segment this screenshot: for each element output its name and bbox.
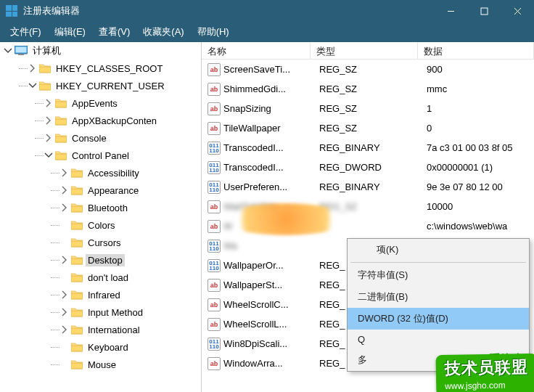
value-type: REG_SZ	[319, 83, 427, 94]
tree-item[interactable]: don't load	[0, 269, 201, 286]
list-row[interactable]: ab W c:\windows\web\wa	[202, 216, 534, 236]
menu-view[interactable]: 查看(V)	[93, 23, 136, 41]
tree-item-label: Cursors	[86, 237, 123, 249]
menu-edit[interactable]: 编辑(E)	[49, 23, 91, 41]
tree-item[interactable]: Infrared	[0, 286, 201, 303]
string-value-icon: ab	[208, 318, 221, 331]
tree-item[interactable]: International	[0, 321, 201, 338]
tree-panel[interactable]: 计算机 HKEY_CLASSES_ROOT HKEY_CURRENT_USER …	[0, 42, 202, 392]
value-name: WallpaperOr...	[223, 260, 319, 271]
tree-item[interactable]: Appearance	[0, 181, 201, 199]
value-type: REG_SZ	[319, 201, 427, 212]
value-name: WallpaperSt...	[223, 279, 319, 290]
value-data: 900	[427, 64, 534, 75]
tree-item[interactable]: Accessibility	[0, 164, 201, 181]
value-name: WheelScrollC...	[223, 299, 319, 310]
value-type: REG_BINARY	[319, 181, 427, 192]
tree-item[interactable]: AppXBackupConten	[0, 112, 201, 129]
tree-item[interactable]: Input Method	[0, 303, 201, 321]
close-button[interactable]	[501, 0, 534, 22]
context-item-key[interactable]: 项(K)	[348, 239, 529, 261]
chevron-right-icon[interactable]	[59, 255, 70, 265]
chevron-right-icon[interactable]	[59, 203, 70, 213]
tree-item[interactable]: Bluetooth	[0, 199, 201, 216]
folder-icon	[71, 255, 83, 265]
value-name: TranscodedI...	[223, 162, 319, 173]
list-row[interactable]: 011110 TranscodedI... REG_BINARY 7a c3 0…	[202, 138, 534, 158]
value-type: REG_SZ	[319, 103, 427, 114]
value-type: REG_SZ	[319, 123, 427, 134]
string-value-icon: ab	[208, 63, 221, 76]
chevron-down-icon[interactable]	[44, 150, 54, 160]
tree-item-label: Bluetooth	[86, 202, 130, 214]
tree-item[interactable]: Cursors	[0, 234, 201, 251]
chevron-right-icon[interactable]	[44, 115, 54, 126]
chevron-right-icon[interactable]	[44, 98, 54, 108]
tree-item-label: Accessibility	[86, 167, 141, 179]
tree-item[interactable]: HKEY_CLASSES_ROOT	[0, 60, 201, 77]
context-item-qword[interactable]: Q	[348, 330, 529, 349]
tree-item[interactable]: HKEY_CURRENT_USER	[0, 77, 201, 94]
tree-item-label: Console	[70, 132, 109, 144]
chevron-right-icon[interactable]	[59, 290, 70, 300]
list-row[interactable]: ab ShimmedGdi... REG_SZ mmc	[202, 79, 534, 99]
value-data: mmc	[427, 83, 534, 94]
list-row[interactable]: ab WaitToKillMe REG_SZ 10000	[202, 197, 534, 216]
chevron-right-icon[interactable]	[59, 185, 70, 195]
folder-icon	[55, 150, 67, 160]
binary-value-icon: 011110	[208, 161, 221, 174]
list-row[interactable]: 011110 UserPreferen... REG_BINARY 9e 3e …	[202, 177, 534, 197]
list-row[interactable]: ab SnapSizing REG_SZ 1	[202, 99, 534, 118]
tree-item-label: HKEY_CURRENT_USER	[54, 80, 167, 92]
list-row[interactable]: ab ScreenSaveTi... REG_SZ 900	[202, 60, 534, 79]
value-name: UserPreferen...	[223, 181, 319, 192]
column-type[interactable]: 类型	[311, 42, 418, 59]
chevron-right-icon[interactable]	[59, 168, 70, 178]
chevron-right-icon[interactable]	[59, 324, 70, 335]
value-name: WheelScrollL...	[223, 319, 319, 330]
tree-item[interactable]: Console	[0, 129, 201, 147]
chevron-down-icon[interactable]	[28, 81, 38, 91]
tree-root[interactable]: 计算机	[0, 42, 201, 60]
tree-item[interactable]: Mouse	[0, 356, 201, 373]
tree-item[interactable]: Control Panel	[0, 147, 201, 164]
column-data[interactable]: 数据	[418, 42, 534, 59]
context-item-binary[interactable]: 二进制值(B)	[348, 286, 529, 308]
menu-bar: 文件(F) 编辑(E) 查看(V) 收藏夹(A) 帮助(H)	[0, 22, 534, 42]
string-value-icon: ab	[208, 220, 221, 233]
value-data: 9e 3e 07 80 12 00	[427, 181, 534, 192]
tree-item-label: Control Panel	[70, 150, 131, 162]
tree-item[interactable]: Colors	[0, 216, 201, 234]
tree-item[interactable]: Keyboard	[0, 338, 201, 356]
tree-root-label: 计算机	[30, 44, 63, 58]
value-type: REG_DWORD	[319, 162, 427, 173]
minimize-button[interactable]	[434, 0, 467, 22]
value-name: TileWallpaper	[223, 123, 319, 134]
computer-icon	[15, 46, 28, 56]
window-title: 注册表编辑器	[23, 4, 434, 17]
chevron-right-icon[interactable]	[59, 307, 70, 317]
column-name[interactable]: 名称	[202, 42, 311, 59]
tree-item[interactable]: Desktop	[0, 251, 201, 269]
context-item-string[interactable]: 字符串值(S)	[348, 264, 529, 286]
chevron-right-icon[interactable]	[44, 133, 54, 143]
tree-item[interactable]: AppEvents	[0, 94, 201, 112]
folder-icon	[71, 324, 83, 335]
chevron-right-icon[interactable]	[28, 63, 38, 73]
list-row[interactable]: 011110 TranscodedI... REG_DWORD 0x000000…	[202, 158, 534, 177]
watermark-title: 技术员联盟	[445, 356, 529, 380]
string-value-icon: ab	[208, 298, 221, 311]
watermark-url: www.jsgho.com	[445, 380, 506, 391]
menu-file[interactable]: 文件(F)	[4, 23, 47, 41]
context-item-dword32[interactable]: DWORD (32 位)值(D)	[348, 308, 529, 330]
list-panel[interactable]: 名称 类型 数据 ab ScreenSaveTi... REG_SZ 900 a…	[202, 42, 534, 392]
list-row[interactable]: ab TileWallpaper REG_SZ 0	[202, 118, 534, 138]
binary-value-icon: 011110	[208, 240, 221, 253]
maximize-button[interactable]	[467, 0, 501, 22]
tree-item-label: AppXBackupConten	[70, 115, 159, 127]
menu-favorites[interactable]: 收藏夹(A)	[137, 23, 189, 41]
menu-help[interactable]: 帮助(H)	[192, 23, 235, 41]
chevron-down-icon[interactable]	[3, 46, 13, 56]
binary-value-icon: 011110	[208, 142, 221, 155]
value-name: ShimmedGdi...	[223, 83, 319, 94]
